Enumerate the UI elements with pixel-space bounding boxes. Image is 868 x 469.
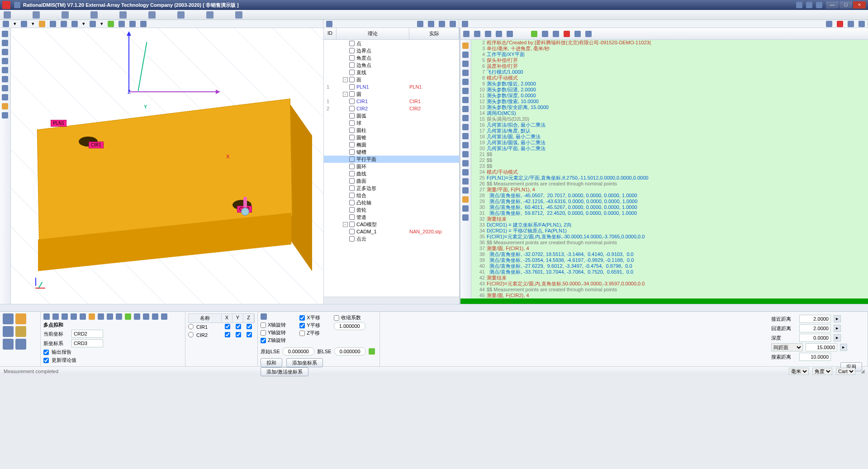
fit-button[interactable]: 拟和	[261, 358, 282, 367]
vtool-4[interactable]	[2, 67, 8, 73]
cbtn-step[interactable]	[542, 31, 548, 37]
vtool-probe[interactable]	[2, 31, 8, 37]
shrink-value[interactable]: 1.000000	[334, 322, 365, 330]
tree-row[interactable]: 键槽	[324, 148, 459, 156]
tree-row[interactable]: CADM_1NAN_2020.stp	[324, 228, 459, 235]
cbtn-indent[interactable]	[496, 31, 502, 37]
code-line[interactable]: 40 测点/直角坐标, -27.6229, 9.6012, -3.3497, -…	[471, 263, 868, 269]
tree-tab-3[interactable]	[439, 21, 445, 27]
qicon-tri[interactable]	[15, 313, 26, 324]
code-line[interactable]: 8模式/手动模式	[471, 75, 868, 81]
title-tool-2[interactable]	[806, 2, 812, 8]
cbtn-stop[interactable]	[564, 31, 570, 37]
vp-tab-shade[interactable]	[108, 21, 114, 27]
tree-row[interactable]: 椭圆	[324, 141, 459, 148]
vp-tab-redraw[interactable]	[140, 21, 147, 27]
cs-2[interactable]	[462, 61, 469, 67]
title-tool-3[interactable]	[816, 2, 822, 8]
code-line[interactable]: 22$$	[471, 157, 868, 163]
cbtn-record[interactable]	[574, 31, 581, 37]
bt-8[interactable]	[107, 313, 113, 320]
bt-3[interactable]	[62, 313, 68, 320]
topicon-9[interactable]	[235, 11, 242, 19]
depth-arrow[interactable]: ▸	[834, 334, 841, 341]
code-line[interactable]: 36$$ Measurement points are created thro…	[471, 240, 868, 246]
code-line[interactable]: 28 测点/直角坐标, -45.0507, 20.7017, 0.0000, 0…	[471, 193, 868, 199]
code-line[interactable]: 6温度补偿/打开	[471, 63, 868, 69]
topicon-8[interactable]	[206, 11, 213, 19]
bt-14[interactable]	[161, 313, 167, 320]
bt-12[interactable]	[143, 313, 149, 320]
topicon-6[interactable]	[148, 11, 156, 19]
qicon-cube[interactable]	[3, 313, 14, 324]
xtrans-check[interactable]	[299, 315, 305, 321]
code-line[interactable]: 7飞行模式/1.0000	[471, 69, 868, 75]
code-line[interactable]: 13测头参数/安全距离, 15.0000	[471, 104, 868, 110]
status-output[interactable]: Cart	[836, 368, 855, 375]
code-line[interactable]: 25F(PLN1)=元素定义/平面,直角坐标,8.2750,-11.5012,0…	[471, 175, 868, 181]
vp-tab-copy[interactable]	[129, 21, 136, 27]
code-line[interactable]: 32测量结束	[471, 216, 868, 222]
status-unit[interactable]: 毫米	[789, 368, 809, 375]
bt-1[interactable]	[43, 313, 50, 320]
code-tab-4[interactable]	[859, 21, 865, 27]
code-line[interactable]: 3单位/毫米, 十进角度, 毫米/秒	[471, 46, 868, 52]
label-cir1[interactable]: CIR1	[89, 142, 104, 148]
3d-viewport[interactable]: PLN1 CIR1 CIR2 Z Y X	[11, 28, 323, 304]
vp-tab-home[interactable]	[3, 21, 9, 27]
code-tab-1[interactable]	[826, 21, 832, 27]
code-line[interactable]: 34D(CRD1) = 平移/Z轴原点, FA(PLN1)	[471, 228, 868, 234]
eraser-icon[interactable]	[261, 313, 267, 320]
code-line[interactable]: 16几何算法/拟合, 最小二乘法	[471, 122, 868, 128]
addcrd-button[interactable]: 添加坐标系	[286, 358, 323, 367]
tree-row[interactable]: 圆环	[324, 163, 459, 170]
code-line[interactable]: 23$$	[471, 163, 868, 169]
cbtn-pause[interactable]	[553, 31, 559, 37]
code-line[interactable]: 21$$	[471, 152, 868, 157]
cs-17[interactable]	[462, 196, 469, 203]
code-tab-2[interactable]	[837, 21, 843, 27]
cs-4[interactable]	[462, 79, 469, 85]
search-input[interactable]	[799, 353, 831, 361]
code-editor[interactable]: 2程序标志/'Created by [爱科腾瑞科技(北京)有限公司-091520…	[471, 40, 868, 298]
code-line[interactable]: 29 测点/直角坐标, -42.1216, -43.6316, 0.0000, …	[471, 199, 868, 204]
zrot-check[interactable]	[261, 338, 266, 343]
code-line[interactable]: 12测头参数/搜索, 10.0000	[471, 99, 868, 104]
cbtn-edit[interactable]	[585, 31, 592, 37]
current-crd-input[interactable]	[71, 330, 103, 338]
bt-13[interactable]	[152, 313, 158, 320]
cs-18[interactable]	[462, 205, 469, 212]
cbtn-list[interactable]	[485, 31, 491, 37]
cs-8[interactable]	[462, 115, 469, 121]
cbtn-new[interactable]	[463, 31, 470, 37]
qicon-loc[interactable]	[15, 339, 26, 350]
bt-9[interactable]	[116, 313, 122, 320]
cs-pin[interactable]	[462, 43, 469, 49]
tree-row[interactable]: 边界点	[324, 47, 459, 54]
code-line[interactable]: 11测头参数/深度, 0.0000	[471, 93, 868, 99]
vp-tab-zoom[interactable]	[50, 21, 56, 27]
approach-arrow[interactable]: ▸	[834, 315, 841, 322]
code-line[interactable]: 30 测点/直角坐标, 60.4011, -45.5267, 0.0000, 0…	[471, 204, 868, 210]
title-tool-1[interactable]	[796, 2, 802, 8]
tree-body[interactable]: 点边界点角度点边角点直线-面1PLN1PLN1-圆1CIR1CIR12CIR2C…	[324, 40, 459, 297]
bt-5[interactable]	[80, 313, 86, 320]
cbtn-save[interactable]	[474, 31, 480, 37]
qicon-shield[interactable]	[15, 326, 26, 337]
vp-tab-eye[interactable]	[90, 21, 96, 27]
code-line[interactable]: 14调用/D(MCS)	[471, 110, 868, 116]
cs-15[interactable]	[462, 178, 469, 185]
tree-row[interactable]: 1CIR1CIR1	[324, 98, 459, 105]
topicon-5[interactable]	[119, 11, 127, 19]
tree-row[interactable]: 边角点	[324, 62, 459, 69]
tree-row[interactable]: 曲线	[324, 170, 459, 177]
code-line[interactable]: 15探头调用/S(D2L20)	[471, 116, 868, 122]
code-line[interactable]: 20几何算法/平面, 最小二乘法	[471, 146, 868, 152]
tree-row[interactable]: 2CIR2CIR2	[324, 105, 459, 112]
bt-10[interactable]	[125, 313, 131, 320]
tree-row[interactable]: -CAD模型	[324, 221, 459, 228]
bt-6[interactable]	[89, 313, 95, 320]
cs-6[interactable]	[462, 97, 469, 103]
tree-tab-1[interactable]	[417, 21, 423, 27]
vp-tab-select[interactable]	[21, 21, 27, 27]
